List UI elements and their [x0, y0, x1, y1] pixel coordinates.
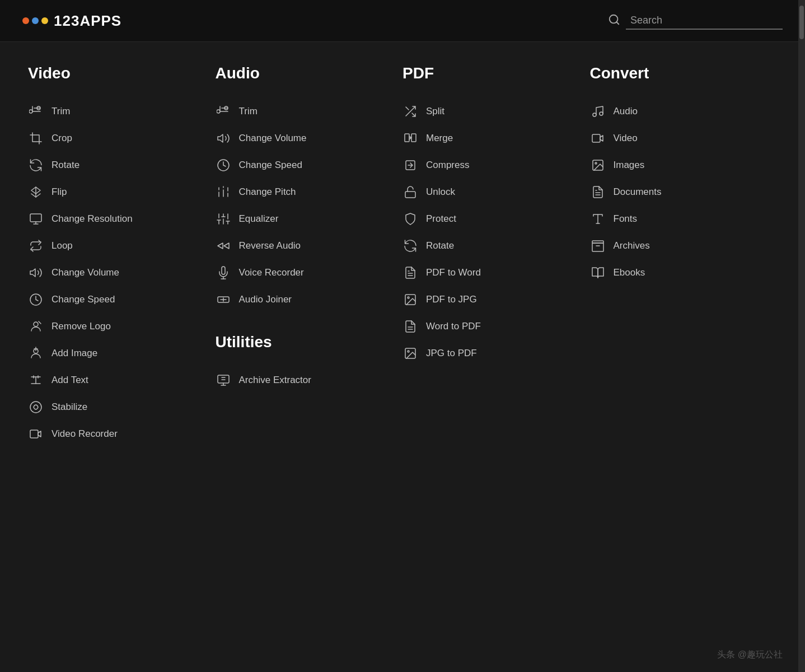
pdf-compress-label: Compress — [426, 160, 469, 171]
main-content: Video Trim Crop Rotate Flip — [0, 42, 805, 492]
add-text-icon — [28, 372, 44, 388]
video-recorder-icon — [28, 426, 44, 442]
audio-voice-recorder[interactable]: Voice Recorder — [216, 259, 392, 286]
convert-ebooks-icon — [590, 265, 606, 281]
audio-joiner[interactable]: Audio Joiner — [216, 286, 392, 313]
svg-line-7 — [39, 321, 41, 324]
word-to-pdf[interactable]: Word to PDF — [402, 313, 579, 340]
convert-images-label: Images — [614, 160, 645, 171]
pdf-rotate-icon — [402, 238, 418, 254]
audio-speed-icon — [216, 157, 231, 173]
convert-video-icon — [590, 130, 606, 146]
pdf-rotate-label: Rotate — [426, 240, 454, 251]
video-change-speed[interactable]: Change Speed — [28, 286, 204, 313]
header: 123APPS — [0, 0, 805, 42]
dot-orange — [22, 17, 29, 24]
svg-rect-38 — [405, 134, 409, 142]
video-flip[interactable]: Flip — [28, 179, 204, 206]
flip-icon — [28, 184, 44, 200]
video-crop[interactable]: Crop — [28, 125, 204, 152]
pdf-unlock[interactable]: Unlock — [402, 179, 579, 206]
audio-change-speed[interactable]: Change Speed — [216, 152, 392, 179]
video-flip-label: Flip — [52, 186, 67, 198]
voice-recorder-icon — [216, 265, 231, 281]
equalizer-icon — [216, 211, 231, 227]
convert-documents[interactable]: Documents — [590, 179, 766, 206]
audio-reverse[interactable]: Reverse Audio — [216, 232, 392, 259]
video-loop-label: Loop — [52, 240, 73, 251]
video-stabilize[interactable]: Stabilize — [28, 394, 204, 421]
word-to-pdf-icon — [402, 319, 418, 334]
section-video: Video Trim Crop Rotate Flip — [28, 64, 216, 470]
audio-speed-label: Change Speed — [239, 160, 302, 171]
svg-rect-41 — [405, 192, 415, 198]
video-trim[interactable]: Trim — [28, 98, 204, 125]
video-recorder[interactable]: Video Recorder — [28, 421, 204, 447]
search-icon — [608, 13, 620, 28]
video-trim-label: Trim — [52, 106, 70, 117]
video-section-title: Video — [28, 64, 204, 82]
convert-fonts[interactable]: Fonts — [590, 206, 766, 232]
pdf-rotate[interactable]: Rotate — [402, 232, 579, 259]
video-add-text[interactable]: Add Text — [28, 367, 204, 394]
video-change-volume[interactable]: Change Volume — [28, 259, 204, 286]
pdf-to-word-label: PDF to Word — [426, 267, 481, 278]
word-to-pdf-label: Word to PDF — [426, 321, 481, 332]
audio-change-pitch[interactable]: Change Pitch — [216, 179, 392, 206]
video-change-resolution[interactable]: Change Resolution — [28, 206, 204, 232]
convert-audio-label: Audio — [614, 106, 638, 117]
stabilize-icon — [28, 399, 44, 415]
convert-audio[interactable]: Audio — [590, 98, 766, 125]
pdf-protect-label: Protect — [426, 213, 456, 225]
pdf-compress[interactable]: Compress — [402, 152, 579, 179]
audio-trim[interactable]: Trim — [216, 98, 392, 125]
video-resolution-label: Change Resolution — [52, 213, 133, 225]
pdf-protect[interactable]: Protect — [402, 206, 579, 232]
audio-equalizer[interactable]: Equalizer — [216, 206, 392, 232]
search-area — [608, 12, 783, 30]
archive-extractor[interactable]: Archive Extractor — [216, 367, 392, 394]
jpg-to-pdf[interactable]: JPG to PDF — [402, 340, 579, 367]
audio-change-volume[interactable]: Change Volume — [216, 125, 392, 152]
pdf-unlock-label: Unlock — [426, 186, 455, 198]
audio-voice-recorder-label: Voice Recorder — [239, 267, 304, 278]
logo-dots — [22, 17, 48, 24]
svg-rect-39 — [411, 134, 416, 142]
convert-video-label: Video — [614, 133, 638, 144]
pdf-to-word-icon — [402, 265, 418, 281]
logo-text: 123APPS — [54, 12, 121, 30]
dot-blue — [32, 17, 39, 24]
logo-area: 123APPS — [22, 12, 121, 30]
dot-yellow — [41, 17, 48, 24]
audio-volume-label: Change Volume — [239, 133, 307, 144]
pdf-to-jpg[interactable]: PDF to JPG — [402, 286, 579, 313]
svg-point-6 — [34, 322, 38, 326]
convert-audio-icon — [590, 104, 606, 119]
speed-icon — [28, 292, 44, 307]
reverse-icon — [216, 238, 231, 254]
scrollbar[interactable] — [798, 0, 805, 672]
video-loop[interactable]: Loop — [28, 232, 204, 259]
trim-icon — [28, 104, 44, 119]
jpg-to-pdf-icon — [402, 346, 418, 361]
video-add-image[interactable]: Add Image — [28, 340, 204, 367]
search-input[interactable] — [626, 12, 783, 30]
pdf-split[interactable]: Split — [402, 98, 579, 125]
remove-logo-icon — [28, 319, 44, 334]
svg-point-54 — [595, 162, 597, 164]
convert-images[interactable]: Images — [590, 152, 766, 179]
volume-icon — [28, 265, 44, 281]
pdf-merge[interactable]: Merge — [402, 125, 579, 152]
audio-trim-icon — [216, 104, 231, 119]
video-rotate[interactable]: Rotate — [28, 152, 204, 179]
convert-images-icon — [590, 157, 606, 173]
convert-video[interactable]: Video — [590, 125, 766, 152]
convert-ebooks[interactable]: Ebooks — [590, 259, 766, 286]
utilities-section-title: Utilities — [216, 333, 392, 351]
scrollbar-thumb[interactable] — [799, 6, 804, 39]
unlock-icon — [402, 184, 418, 200]
pdf-to-word[interactable]: PDF to Word — [402, 259, 579, 286]
convert-archives[interactable]: Archives — [590, 232, 766, 259]
pdf-to-jpg-icon — [402, 292, 418, 307]
video-remove-logo[interactable]: Remove Logo — [28, 313, 204, 340]
